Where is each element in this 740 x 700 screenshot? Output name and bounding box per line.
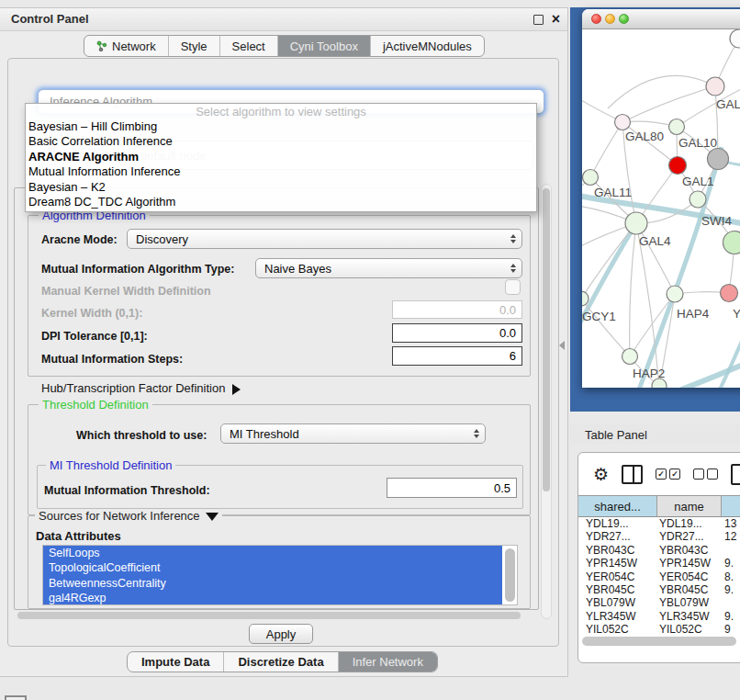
network-edge[interactable] (622, 86, 715, 122)
network-node[interactable] (723, 231, 740, 254)
table-row[interactable]: YBL079WYBL079W (578, 596, 740, 609)
aracne-mode-combobox[interactable]: Discovery (127, 229, 522, 249)
aracne-mode-label: Aracne Mode: (41, 233, 118, 246)
table-row[interactable]: YDL19...YDL19...13 (578, 517, 740, 530)
deselect-all-icon[interactable] (693, 469, 718, 480)
column-header-name[interactable]: name (657, 496, 722, 516)
tab-impute-data[interactable]: Impute Data (128, 652, 224, 672)
which-threshold-label: Which threshold to use: (76, 429, 207, 442)
tab-select[interactable]: Select (220, 36, 278, 56)
attribute-item[interactable]: SelfLoops (43, 546, 502, 560)
network-node[interactable] (615, 115, 631, 130)
algorithm-option[interactable]: Dream8 DC_TDC Algorithm (26, 195, 536, 209)
minimize-traffic-light-icon[interactable] (605, 14, 615, 24)
mi-threshold-label: Mutual Information Threshold: (44, 484, 210, 497)
data-attributes-list[interactable]: SelfLoops TopologicalCoefficient Between… (42, 545, 518, 605)
column-header-shared-name[interactable]: shared... (578, 496, 657, 516)
network-edge[interactable] (590, 122, 622, 177)
tab-jactivemnodules[interactable]: jActiveMNodules (371, 36, 484, 56)
network-node[interactable] (708, 149, 729, 170)
settings-horizontal-scrollbar[interactable] (17, 612, 521, 619)
network-node[interactable] (667, 286, 683, 302)
table-row[interactable]: YIL052CYIL052C9 (578, 623, 740, 635)
control-panel-window: Control Panel × Network Style Select Cyn… (0, 7, 568, 677)
tab-style[interactable]: Style (169, 36, 220, 56)
page-icon[interactable] (731, 464, 740, 485)
table-row[interactable]: YDR27...YDR27...12 (578, 530, 740, 543)
attributes-scrollbar[interactable] (505, 548, 515, 602)
dpi-tolerance-field[interactable]: 0.0 (392, 323, 522, 343)
apply-button[interactable]: Apply (249, 624, 313, 644)
network-edge[interactable] (608, 75, 715, 108)
table-row[interactable]: YBR043CYBR043C (578, 544, 740, 557)
close-icon[interactable]: × (552, 10, 560, 28)
table-cell: 9. (724, 610, 734, 623)
network-node[interactable] (625, 212, 647, 234)
hub-definition-expander[interactable]: Hub/Transcription Factor Definition (41, 381, 241, 395)
tab-network[interactable]: Network (84, 36, 169, 56)
cyni-toolbox-panel: Inference Algorithm galFiltered.sif defa… (7, 58, 559, 647)
table-horizontal-scrollbar[interactable] (582, 637, 736, 646)
network-edge[interactable] (630, 223, 636, 356)
network-node[interactable] (583, 170, 599, 186)
split-columns-icon[interactable] (622, 465, 643, 484)
network-node[interactable] (622, 349, 638, 365)
tab-cyni-toolbox[interactable]: Cyni Toolbox (278, 36, 371, 56)
network-node[interactable] (669, 157, 687, 175)
network-node[interactable] (669, 119, 685, 135)
table-cell: YER054C (586, 570, 634, 583)
table-header-row: shared... name A (578, 495, 740, 517)
mi-type-combobox[interactable]: Naive Bayes (255, 258, 522, 278)
algorithm-option[interactable]: Mutual Information Inference (26, 164, 536, 179)
network-node-label: SWI4 (701, 214, 732, 228)
network-edge-highlighted[interactable] (681, 353, 740, 388)
settings-vertical-scrollbar-thumb[interactable] (543, 188, 550, 491)
table-cell: 9. (724, 583, 734, 596)
network-node[interactable] (721, 285, 738, 302)
network-node-label: Y (733, 307, 740, 321)
algorithm-option[interactable]: Bayesian – K2 (26, 180, 536, 195)
network-node[interactable] (730, 29, 740, 48)
network-canvas[interactable]: GALGAL80GAL10GAL1GAL11SWI4GAL4HAP4GCY1YH… (582, 29, 740, 388)
table-row[interactable]: YER054CYER054C8. (578, 570, 740, 583)
table-cell: YLR345W (586, 610, 636, 623)
table-cell: YBL079W (659, 596, 709, 609)
manual-kernel-checkbox[interactable] (505, 279, 521, 295)
algorithm-option-selected[interactable]: ARACNE Algorithm (26, 150, 536, 164)
network-node[interactable] (690, 191, 706, 208)
sources-title[interactable]: Sources for Network Inference (35, 509, 222, 523)
settings-vertical-scrollbar[interactable] (541, 184, 552, 619)
kernel-width-field[interactable]: 0.0 (392, 300, 522, 319)
tab-discretize-data[interactable]: Discretize Data (224, 652, 338, 672)
settings-gear-icon[interactable]: ⚙ (593, 466, 609, 483)
column-header-partial[interactable]: A (722, 496, 740, 516)
select-all-icon[interactable]: ✓✓ (656, 469, 680, 480)
table-row[interactable]: YBR045CYBR045C9. (578, 583, 740, 596)
which-threshold-combobox[interactable]: MI Threshold (220, 423, 486, 444)
table-row[interactable]: YPR145WYPR145W9. (578, 557, 740, 570)
network-node[interactable] (706, 77, 724, 96)
algorithm-option[interactable]: Bayesian – Hill Climbing (26, 119, 536, 134)
mi-steps-field[interactable]: 6 (392, 346, 522, 366)
algorithm-option[interactable]: Basic Correlation Inference (26, 134, 536, 149)
attribute-item[interactable]: BetweennessCentrality (43, 576, 502, 591)
expander-right-icon (232, 384, 241, 395)
float-window-icon[interactable] (533, 15, 544, 25)
table-cell: YDL19... (659, 517, 702, 530)
table-panel-title: Table Panel (585, 428, 647, 442)
mi-type-label: Mutual Information Algorithm Type: (41, 263, 234, 276)
mi-threshold-field[interactable]: 0.5 (387, 478, 517, 498)
zoom-traffic-light-icon[interactable] (619, 14, 629, 24)
mi-steps-label: Mutual Information Steps: (41, 353, 183, 366)
panel-splitter-handle[interactable] (559, 341, 565, 350)
attribute-item[interactable]: gal4RGexp (43, 591, 502, 605)
table-row[interactable]: YLR345WYLR345W9. (578, 610, 740, 623)
network-window-titlebar[interactable] (582, 9, 740, 29)
network-node[interactable] (582, 291, 589, 306)
table-cell: 8. (724, 570, 734, 583)
table-cell: YPR145W (659, 557, 711, 570)
dpi-tolerance-label: DPI Tolerance [0,1]: (41, 330, 148, 343)
attribute-item[interactable]: TopologicalCoefficient (43, 560, 502, 575)
close-traffic-light-icon[interactable] (591, 14, 601, 24)
tab-infer-network[interactable]: Infer Network (339, 652, 437, 672)
